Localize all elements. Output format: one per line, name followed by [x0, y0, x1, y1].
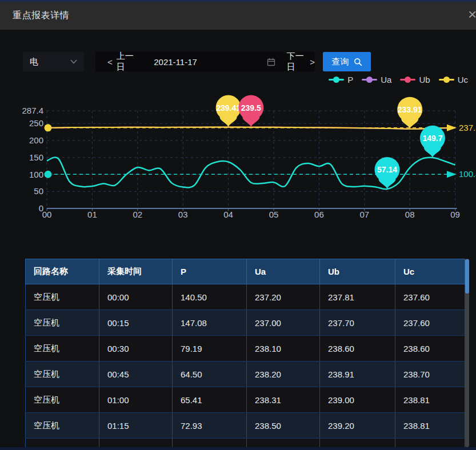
- table-cell: 238.20: [247, 361, 320, 387]
- pin-value-label: 233.91: [398, 105, 422, 114]
- table-cell: 239.00: [320, 387, 395, 413]
- table-cell: 00:45: [99, 361, 173, 387]
- x-tick-label: 04: [223, 210, 233, 219]
- table-cell: 239.20: [320, 413, 395, 439]
- table-cell: 空压机: [26, 413, 99, 439]
- date-input[interactable]: 2021-11-17: [154, 57, 209, 67]
- table-cell: [320, 439, 395, 448]
- legend-marker-icon: [362, 77, 377, 83]
- x-tick-label: 08: [405, 210, 415, 219]
- column-header-ua: Ua: [247, 259, 320, 284]
- table-cell: 237.70: [320, 310, 395, 336]
- chevron-down-icon: [70, 59, 77, 64]
- table-cell: 237.81: [320, 284, 395, 310]
- scrollbar-thumb[interactable]: [465, 259, 469, 294]
- report-table: 回路名称采集时间PUaUbUc 空压机00:00140.50237.20237.…: [25, 259, 465, 447]
- column-header-ub: Ub: [320, 259, 395, 284]
- y-tick-label: 150: [29, 152, 43, 162]
- select-value: 电: [30, 57, 38, 67]
- table-cell: 空压机: [26, 387, 99, 413]
- table-cell: [247, 439, 320, 448]
- legend-item-ua[interactable]: Ua: [362, 75, 391, 85]
- report-table-wrap: 回路名称采集时间PUaUbUc 空压机00:00140.50237.20237.…: [25, 259, 470, 447]
- next-day-label: 下一日: [287, 51, 306, 73]
- chart-legend: PUaUbUc: [329, 75, 468, 85]
- table-cell: [99, 439, 173, 448]
- y-tick-label: 200: [29, 135, 43, 145]
- x-tick-label: 06: [314, 210, 324, 219]
- next-day-button[interactable]: 下一日 >: [287, 51, 315, 73]
- table-cell: 00:30: [99, 336, 173, 361]
- x-tick-label: 01: [87, 210, 97, 219]
- y-tick-label: 100: [29, 170, 43, 179]
- calendar-icon[interactable]: [267, 58, 275, 66]
- table-scrollbar: [465, 259, 470, 447]
- table-cell: 237.60: [395, 284, 465, 310]
- table-header: 回路名称采集时间PUaUbUc: [26, 259, 465, 284]
- table-cell: 64.50: [173, 361, 247, 387]
- table-row-partial: [26, 439, 465, 448]
- date-nav-bar: < 上一日 2021-11-17 下一日 >: [95, 52, 315, 71]
- table-cell: 65.41: [173, 387, 247, 413]
- y-tick-label: 0: [39, 203, 43, 213]
- markpoint-pin-uc-max: 239.41: [216, 95, 241, 127]
- legend-label: Ua: [381, 75, 391, 85]
- table-cell: [173, 439, 247, 448]
- table-row: 空压机01:0065.41238.31239.00238.81: [26, 387, 465, 413]
- table-cell: 01:15: [99, 413, 173, 439]
- markline-start-dot: [45, 124, 52, 131]
- table-cell: 00:15: [99, 310, 173, 336]
- pin-value-label: 239.5: [241, 103, 261, 112]
- query-label: 查询: [332, 57, 349, 67]
- circuit-type-select[interactable]: 电: [23, 52, 84, 71]
- table-cell: 238.81: [395, 413, 465, 439]
- y-tick-label: 287.4: [22, 106, 43, 115]
- table-cell: 238.60: [395, 336, 465, 361]
- table-cell: 237.20: [247, 284, 320, 310]
- modal-titlebar: 重点报表详情: [0, 2, 476, 30]
- table-cell: 147.08: [173, 310, 247, 336]
- table-row: 空压机01:1572.93238.50239.20238.81: [26, 413, 465, 439]
- y-tick-label: 50: [34, 186, 43, 196]
- query-button[interactable]: 查询: [323, 52, 371, 71]
- table-cell: 238.60: [320, 336, 395, 361]
- table-cell: 238.91: [320, 361, 395, 387]
- report-detail-modal: 重点报表详情 × 电 < 上一日 2021-11-17 下一日 > 查询: [0, 0, 476, 450]
- table-cell: 79.19: [173, 336, 247, 361]
- table-cell: [395, 439, 465, 448]
- table-cell: 237.00: [247, 310, 320, 336]
- markpoint-pin-p-max: 149.7: [420, 126, 445, 158]
- chevron-right-icon: >: [310, 57, 315, 67]
- table-row: 空压机00:15147.08237.00237.70237.60: [26, 310, 465, 336]
- prev-day-button[interactable]: < 上一日: [107, 51, 135, 73]
- column-header-: 采集时间: [99, 259, 173, 284]
- legend-item-ub[interactable]: Ub: [400, 75, 430, 85]
- markline-start-dot: [45, 171, 52, 178]
- pin-value-label: 239.41: [216, 103, 241, 112]
- table-cell: [26, 439, 99, 448]
- y-tick-label: 250: [29, 118, 43, 128]
- x-tick-label: 00: [42, 210, 52, 219]
- markline-arrow: [447, 171, 457, 178]
- column-header-p: P: [173, 259, 247, 284]
- close-icon[interactable]: ×: [468, 6, 476, 23]
- legend-item-uc[interactable]: Uc: [439, 75, 468, 85]
- line-chart[interactable]: 00010203040506070809050100150200250287.4…: [17, 94, 476, 228]
- page-title: 重点报表详情: [13, 10, 69, 22]
- legend-label: Ub: [419, 75, 430, 85]
- table-cell: 01:00: [99, 387, 173, 413]
- chevron-left-icon: <: [107, 57, 113, 67]
- markpoint-pin-ub-max: 239.5: [238, 95, 263, 127]
- table-cell: 238.31: [247, 387, 320, 413]
- markline-arrow: [447, 124, 457, 131]
- markline-value-label: 100.4: [459, 169, 476, 179]
- legend-label: Uc: [458, 75, 468, 85]
- x-tick-label: 02: [133, 210, 142, 219]
- table-row: 空压机00:4564.50238.20238.91238.70: [26, 361, 465, 387]
- table-cell: 空压机: [26, 284, 99, 310]
- legend-item-p[interactable]: P: [329, 75, 353, 85]
- legend-marker-icon: [400, 77, 415, 83]
- table-row: 空压机00:00140.50237.20237.81237.60: [26, 284, 465, 310]
- x-tick-label: 07: [359, 210, 369, 219]
- prev-day-label: 上一日: [117, 51, 135, 73]
